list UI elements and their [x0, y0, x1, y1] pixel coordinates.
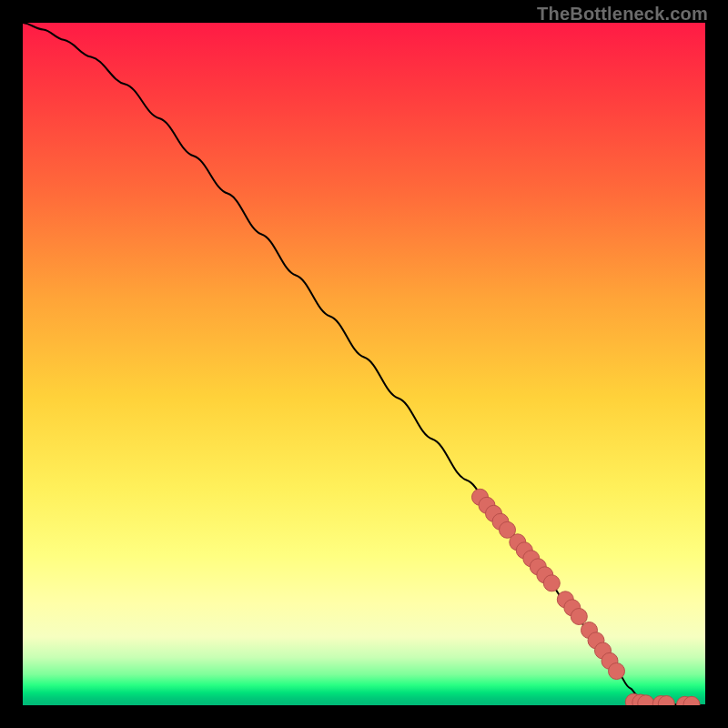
chart-frame: TheBottleneck.com — [0, 0, 728, 728]
bottleneck-curve-path — [23, 23, 705, 705]
data-marker — [571, 609, 587, 625]
data-markers — [472, 489, 701, 705]
watermark-label: TheBottleneck.com — [537, 4, 708, 25]
plot-area — [23, 23, 705, 705]
data-marker — [543, 575, 560, 592]
data-marker — [609, 663, 625, 680]
chart-svg — [23, 23, 705, 705]
